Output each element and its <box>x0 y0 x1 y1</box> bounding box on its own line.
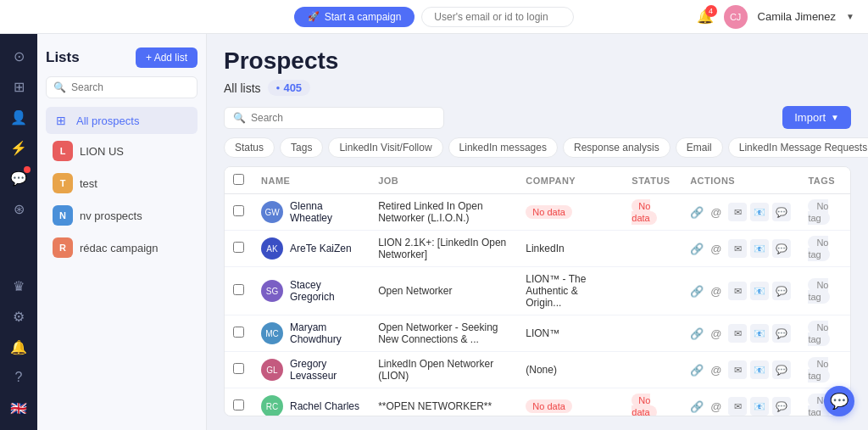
message-action-icon[interactable]: ✉ <box>728 282 747 300</box>
start-campaign-button[interactable]: Start a campaign <box>294 7 415 27</box>
row-checkbox[interactable] <box>233 327 244 338</box>
row-checkbox[interactable] <box>233 242 244 253</box>
add-list-button[interactable]: + Add list <box>136 47 198 68</box>
nav-groups-icon[interactable]: ⊛ <box>5 195 32 222</box>
table-search-box[interactable]: 🔍 <box>224 107 444 129</box>
nav-flag-icon[interactable]: 🇬🇧 <box>5 394 32 422</box>
nav-help-icon[interactable]: ? <box>5 364 32 391</box>
company-value: LION™ <box>526 327 559 339</box>
at-icon[interactable]: @ <box>710 364 721 377</box>
sidebar-item-label: test <box>80 177 97 190</box>
company-value: (None) <box>526 364 557 376</box>
mail-action-icon[interactable]: 📧 <box>750 203 769 221</box>
link-icon[interactable]: 🔗 <box>690 285 704 298</box>
table-row: RC Rachel Charles **OPEN NETWORKER** No … <box>225 388 850 417</box>
filter-tags[interactable]: Tags <box>280 137 323 158</box>
tag-badge: No tag <box>808 236 829 261</box>
sidebar-item-test[interactable]: T test <box>46 168 198 198</box>
nav-home-icon[interactable]: ⊙ <box>5 42 32 70</box>
nav-dashboard-icon[interactable]: ⊞ <box>5 73 32 100</box>
chat-action-icon[interactable]: 💬 <box>772 360 791 379</box>
action-icons: 🔗 @ ✉ 📧 💬 <box>690 397 791 416</box>
filter-linkedin-visit[interactable]: LinkedIn Visit/Follow <box>328 137 442 158</box>
message-action-icon[interactable]: ✉ <box>728 397 747 416</box>
nav-campaigns-icon[interactable]: ⚡ <box>5 134 32 161</box>
link-icon[interactable]: 🔗 <box>690 206 704 219</box>
nav-bell-icon[interactable]: 🔔 <box>5 333 32 360</box>
mail-action-icon[interactable]: 📧 <box>750 239 769 258</box>
chat-action-icon[interactable]: 💬 <box>772 239 791 258</box>
mail-action-icon[interactable]: 📧 <box>750 360 769 379</box>
tag-badge: No tag <box>808 199 829 225</box>
job-cell: LinkedIn Open Networker (LION) <box>370 352 517 388</box>
row-checkbox[interactable] <box>233 363 244 374</box>
page-title: Prospects <box>224 47 851 75</box>
actions-cell: 🔗 @ ✉ 📧 💬 <box>682 316 799 352</box>
filter-message-requests[interactable]: LinkedIn Message Requests <box>728 137 868 158</box>
nav-crown-icon[interactable]: ♛ <box>5 272 32 299</box>
login-input[interactable] <box>421 7 574 27</box>
prospect-name: GW Glenna Wheatley <box>261 200 361 224</box>
sidebar-item-lion-us[interactable]: L LION US <box>46 136 198 166</box>
company-cell: LION™ - The Authentic & Origin... <box>517 267 623 316</box>
sidebar: Lists + Add list 🔍 ⊞ All prospects L LIO… <box>37 34 207 430</box>
filter-response[interactable]: Response analysis <box>563 137 670 158</box>
at-icon[interactable]: @ <box>710 400 721 413</box>
chat-action-icon[interactable]: 💬 <box>772 397 791 416</box>
mail-action-icon[interactable]: 📧 <box>750 282 769 300</box>
filter-email[interactable]: Email <box>676 137 723 158</box>
mail-action-icon[interactable]: 📧 <box>750 324 769 343</box>
prospect-name: MC Maryam Chowdhury <box>261 321 361 345</box>
select-all-checkbox[interactable] <box>233 174 244 185</box>
sidebar-item-redac[interactable]: R rédac campaign <box>46 232 198 263</box>
chat-action-icon[interactable]: 💬 <box>772 282 791 300</box>
link-icon[interactable]: 🔗 <box>690 400 704 413</box>
filter-status[interactable]: Status <box>224 137 275 158</box>
nav-users-icon[interactable]: 👤 <box>5 103 32 131</box>
actions-cell: 🔗 @ ✉ 📧 💬 <box>682 194 799 231</box>
tag-cell: No tag <box>799 231 850 267</box>
status-badge: No data <box>632 394 656 416</box>
mail-action-icon[interactable]: 📧 <box>750 397 769 416</box>
chat-action-icon[interactable]: 💬 <box>772 324 791 343</box>
row-checkbox[interactable] <box>233 205 244 216</box>
at-icon[interactable]: @ <box>710 327 721 340</box>
sidebar-item-nv-prospects[interactable]: N nv prospects <box>46 200 198 231</box>
nav-settings-icon[interactable]: ⚙ <box>5 303 32 330</box>
table-row: SG Stacey Gregorich Open Networker LION™… <box>225 267 850 316</box>
sidebar-item-all-prospects[interactable]: ⊞ All prospects <box>46 107 198 134</box>
user-name[interactable]: Camila Jimenez <box>758 10 836 23</box>
col-job: JOB <box>370 167 517 194</box>
message-action-icon[interactable]: ✉ <box>728 324 747 343</box>
status-badge: No data <box>632 199 656 225</box>
search-icon: 🔍 <box>53 81 66 93</box>
link-icon[interactable]: 🔗 <box>690 364 704 377</box>
import-button[interactable]: Import ▼ <box>782 106 851 129</box>
row-checkbox[interactable] <box>233 284 244 295</box>
filter-linkedin-messages[interactable]: LinkedIn messages <box>448 137 558 158</box>
chat-bubble[interactable]: 💬 <box>824 386 854 416</box>
row-checkbox-cell <box>225 194 253 231</box>
at-icon[interactable]: @ <box>710 206 721 219</box>
nav-messages-icon[interactable]: 💬 <box>5 165 32 192</box>
row-checkbox-cell <box>225 231 253 267</box>
chat-action-icon[interactable]: 💬 <box>772 203 791 221</box>
table-search-input[interactable] <box>251 112 435 124</box>
link-icon[interactable]: 🔗 <box>690 243 704 255</box>
company-value: LinkedIn <box>526 243 564 254</box>
status-cell: No data <box>623 194 682 231</box>
at-icon[interactable]: @ <box>710 243 721 255</box>
message-action-icon[interactable]: ✉ <box>728 239 747 258</box>
notification-bell[interactable]: 🔔 4 <box>697 8 714 25</box>
tag-badge: No tag <box>808 278 829 304</box>
message-action-icon[interactable]: ✉ <box>728 360 747 379</box>
sidebar-search-input[interactable] <box>71 81 190 93</box>
link-icon[interactable]: 🔗 <box>690 327 704 340</box>
sidebar-search-box[interactable]: 🔍 <box>46 76 198 98</box>
job-value: Retired Linked In Open Networker (L.I.O.… <box>378 200 482 224</box>
row-checkbox[interactable] <box>233 399 244 410</box>
main-content: Prospects All lists 405 🔍 Import ▼ Statu… <box>207 34 868 430</box>
at-icon[interactable]: @ <box>710 285 721 298</box>
message-action-icon[interactable]: ✉ <box>728 203 747 221</box>
prospect-avatar: RC <box>261 395 283 416</box>
